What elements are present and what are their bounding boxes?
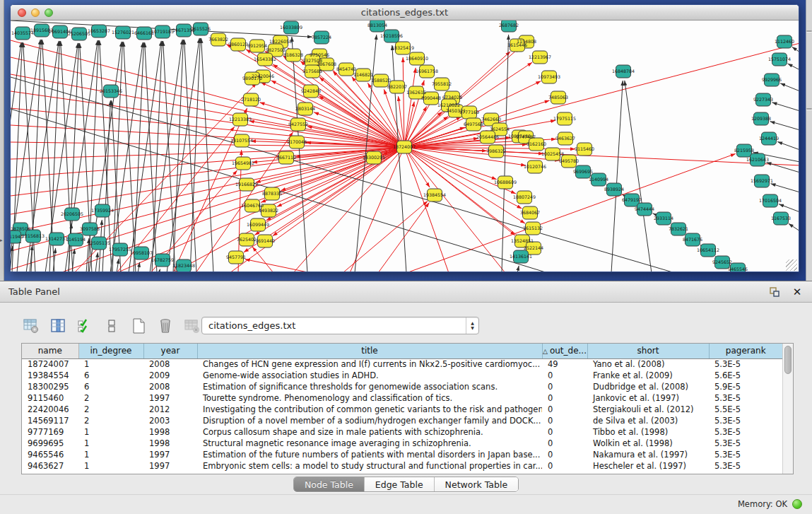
citation-edge-red[interactable] [173, 108, 247, 272]
table-row[interactable]: 1830029562008Estimation of significance … [22, 381, 782, 392]
window-resize-grip[interactable] [786, 259, 797, 271]
citation-edge-red[interactable] [403, 57, 404, 147]
citation-edge-black[interactable] [163, 41, 175, 272]
citation-edge-red[interactable] [256, 147, 404, 182]
citation-edge-black[interactable] [780, 83, 799, 91]
graph-node-label: 9175685 [302, 69, 322, 74]
graph-node-label: 17359924 [91, 208, 114, 213]
table-cell: Structural magnetic resonance image aver… [197, 438, 542, 449]
citation-edge-red[interactable] [404, 147, 505, 272]
citation-edge-red[interactable] [404, 43, 799, 147]
column-header-pagerank[interactable]: pagerank [709, 344, 782, 358]
window-titlebar[interactable]: citations_edges.txt [11, 5, 799, 21]
citation-edge-red[interactable] [406, 153, 736, 272]
citation-edge-black[interactable] [69, 223, 71, 272]
rows-icon[interactable] [102, 316, 122, 336]
citation-network-graph[interactable]: 1872400776638229860123891295418226058982… [11, 21, 799, 272]
citation-edge-black[interactable] [611, 81, 623, 272]
column-header-title[interactable]: title [197, 344, 542, 358]
citation-edge-red[interactable] [404, 68, 416, 147]
table-row[interactable]: 977716911998Corpus callosum shape and si… [22, 426, 782, 438]
citation-edge-red[interactable] [261, 82, 404, 147]
table-row[interactable]: 946554611997Estimation of the future num… [22, 449, 782, 460]
table-cell: 9699695 [22, 438, 78, 449]
citation-edge-black[interactable] [792, 47, 799, 52]
citation-edge-red[interactable] [404, 147, 526, 243]
citation-edge-red[interactable] [252, 247, 273, 272]
table-cell: 1998 [143, 438, 197, 449]
citation-edge-black[interactable] [517, 266, 519, 272]
citation-edge-black[interactable] [770, 184, 799, 192]
citation-edge-black[interactable] [625, 81, 652, 272]
table-panel-header: Table Panel ✕ [0, 281, 812, 303]
column-header-short[interactable]: short [587, 344, 709, 358]
graph-node-label: 20206505 [61, 211, 83, 216]
table-row[interactable]: 946362711997Embryonic stem cells: a mode… [22, 460, 782, 472]
table-row[interactable]: 2242004622012Investigating the contribut… [22, 404, 782, 415]
graph-node-label: 9465546 [728, 267, 748, 271]
citation-edge-red[interactable] [378, 203, 429, 272]
table-cell: 5.3E-5 [709, 449, 782, 460]
select-columns-icon[interactable] [75, 316, 95, 336]
citation-edge-black[interactable] [789, 223, 799, 231]
citation-edge-black[interactable] [779, 204, 799, 212]
table-settings-icon[interactable] [21, 316, 41, 336]
table-row[interactable]: 1456911722003Disruption of a novel membe… [22, 415, 782, 426]
network-canvas[interactable]: 1872400776638229860123891295418226058982… [11, 21, 799, 272]
citation-edge-black[interactable] [173, 40, 183, 272]
citation-edge-red[interactable] [245, 259, 311, 272]
graph-node-label: 18226058 [269, 39, 292, 44]
tab-node-table[interactable]: Node Table [294, 477, 365, 491]
graph-node-label: 2803144 [295, 106, 315, 111]
citation-edge-red[interactable] [404, 147, 449, 272]
citation-edge-black[interactable] [777, 141, 799, 150]
float-panel-icon[interactable] [768, 286, 781, 298]
citation-edge-black[interactable] [134, 42, 143, 272]
table-row[interactable]: 1872400712008Changes of HCN gene express… [22, 358, 782, 370]
citation-edge-red[interactable] [404, 102, 414, 147]
table-row[interactable]: 911546021997Tourette syndrome. Phenomeno… [22, 392, 782, 404]
column-header-in_degree[interactable]: in_degree [78, 344, 143, 358]
citation-edge-black[interactable] [788, 64, 799, 70]
delete-table-icon[interactable] [182, 316, 202, 336]
memory-status-label: Memory: OK [738, 499, 787, 509]
graph-node-label: 16033809 [280, 25, 302, 30]
graph-node-label: 17975115 [553, 116, 576, 121]
graph-node-label: 1244419 [759, 136, 779, 141]
table-cell: Embryonic stem cells: a model to study s… [197, 460, 542, 472]
column-header-out_de[interactable]: △out_de... [542, 344, 587, 358]
delete-column-icon[interactable] [155, 316, 175, 336]
table-cell: 2 [78, 404, 143, 415]
column-header-year[interactable]: year [143, 344, 197, 358]
citation-edge-red[interactable] [404, 147, 497, 180]
tab-edge-table[interactable]: Edge Table [365, 477, 435, 491]
citation-edge-black[interactable] [95, 252, 98, 272]
citation-edge-black[interactable] [770, 122, 799, 130]
table-select-combobox[interactable]: citations_edges.txt ▲▼ [201, 317, 479, 334]
table-scrollbar[interactable] [782, 344, 793, 474]
citation-edge-black[interactable] [766, 163, 799, 173]
table-row[interactable]: 969969511998Structural magnetic resonanc… [22, 438, 782, 449]
new-column-icon[interactable] [129, 316, 148, 336]
citation-edge-red[interactable] [293, 147, 404, 272]
citation-edge-red[interactable] [11, 108, 404, 147]
scrollbar-thumb[interactable] [784, 346, 792, 374]
memory-ok-indicator-icon[interactable] [792, 499, 802, 509]
citation-edge-black[interactable] [159, 269, 160, 272]
graph-node-label: 9890170 [242, 76, 262, 81]
panel-expand-arrow-icon[interactable]: ▸ [0, 238, 3, 243]
column-header-name[interactable]: name [22, 344, 78, 358]
table-cell: 2008 [143, 358, 197, 370]
table-cell: 0 [542, 370, 587, 381]
graph-node-label: 18724007 [393, 144, 416, 149]
citation-edge-black[interactable] [112, 42, 122, 272]
citation-edge-red[interactable] [11, 40, 404, 147]
show-columns-icon[interactable] [48, 316, 68, 336]
citation-edge-black[interactable] [772, 103, 799, 111]
tab-network-table[interactable]: Network Table [435, 477, 519, 491]
citation-edge-black[interactable] [150, 40, 182, 272]
table-row[interactable]: 1938455462009Genome-wide association stu… [22, 370, 782, 381]
close-panel-icon[interactable]: ✕ [791, 286, 804, 298]
citation-edge-black[interactable] [110, 42, 143, 272]
table-cell: 5.6E-5 [709, 370, 782, 381]
